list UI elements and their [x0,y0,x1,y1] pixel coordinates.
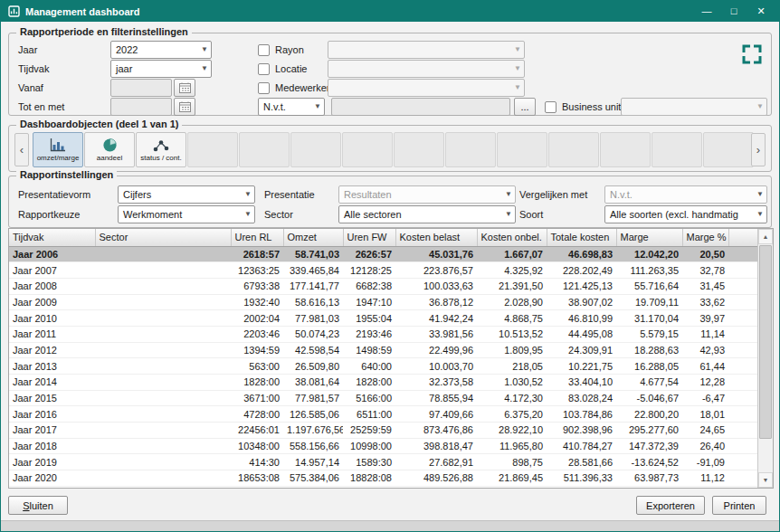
column-header-kosten-belast[interactable]: Kosten belast [395,229,477,246]
table-row[interactable]: Jaar 2006 2618:57 58.741,03 2626:57 45.0… [9,246,759,262]
cell-tijdvak[interactable]: Jaar 2011 [9,326,95,342]
cell-sector[interactable] [95,390,231,406]
cell-totale-kosten[interactable]: 121.425,13 [547,278,616,294]
cell-kosten-belast[interactable]: 78.855,94 [395,390,477,406]
cell-omzet[interactable]: 126.585,06 [283,406,343,423]
cell-uren-rl[interactable]: 10348:00 [231,438,283,454]
cell-marge[interactable]: -13.624,52 [616,454,682,470]
cell-uren-fw[interactable]: 18828:08 [343,470,395,487]
presentatievorm-select[interactable]: Cijfers ▼ [118,185,255,204]
column-header-totale-kosten[interactable]: Totale kosten [547,229,616,246]
cell-tijdvak[interactable]: Jaar 2019 [9,454,95,470]
cell-omzet[interactable]: 14.957,14 [283,454,343,470]
cell-marge[interactable]: -5.046,67 [616,390,682,406]
sluiten-button[interactable]: Sluiten [8,496,68,515]
cell-uren-fw[interactable]: 10998:00 [343,438,395,454]
cell-marge-pct[interactable]: 20,50 [682,246,728,262]
rayon-checkbox[interactable]: Rayon [258,41,304,59]
cell-totale-kosten[interactable]: 46.698,83 [547,246,616,262]
cell-omzet[interactable]: 38.081,64 [283,375,343,391]
rayon-select[interactable]: ▼ [328,41,525,59]
cell-uren-fw[interactable]: 1828:00 [343,375,395,391]
table-row[interactable]: Jaar 2007 12363:25 339.465,84 12128:25 2… [9,262,759,279]
medewerker-select[interactable]: ▼ [328,79,525,97]
cell-kosten-belast[interactable]: 41.942,24 [395,310,477,327]
cell-tijdvak[interactable]: Jaar 2014 [9,375,95,391]
cell-omzet[interactable]: 575.384,06 [283,470,343,487]
cell-omzet[interactable]: 177.141,77 [283,278,343,294]
cell-sector[interactable] [95,358,231,375]
cell-tijdvak[interactable]: Jaar 2015 [9,390,95,406]
cell-marge-pct[interactable]: 31,45 [682,278,728,294]
vanaf-calendar-button[interactable] [174,79,195,97]
cell-uren-rl[interactable]: 563:00 [231,358,283,375]
more-button[interactable]: ... [514,98,536,116]
column-header-marge[interactable]: Marge [616,229,682,246]
cell-sector[interactable] [95,262,231,279]
vergelijken-met-select[interactable]: N.v.t. ▼ [604,185,767,204]
cell-totale-kosten[interactable]: 902.398,96 [547,423,616,439]
cell-sector[interactable] [95,326,231,342]
cell-marge-pct[interactable]: 61,44 [682,358,728,375]
jaar-select[interactable]: 2022 ▼ [110,41,212,59]
cell-omzet[interactable]: 77.981,03 [283,310,343,327]
medewerker-checkbox[interactable]: Medewerker [258,79,330,97]
cell-totale-kosten[interactable]: 24.309,91 [547,342,616,358]
cell-omzet[interactable]: 50.074,23 [283,326,343,342]
table-row[interactable]: Jaar 2010 2002:04 77.981,03 1955:04 41.9… [9,310,759,327]
cell-uren-rl[interactable]: 1932:40 [231,294,283,310]
cell-kosten-belast[interactable]: 398.818,47 [395,438,477,454]
cell-omzet[interactable]: 26.509,80 [283,358,343,375]
cell-sector[interactable] [95,423,231,439]
cell-tijdvak[interactable]: Jaar 2008 [9,278,95,294]
column-header-tijdvak[interactable]: Tijdvak [9,229,95,246]
cell-tijdvak[interactable]: Jaar 2009 [9,294,95,310]
cell-kosten-belast[interactable]: 873.476,86 [395,423,477,439]
table-row[interactable]: Jaar 2009 1932:40 58.616,13 1947:10 36.8… [9,294,759,310]
cell-sector[interactable] [95,470,231,487]
cell-uren-fw[interactable]: 12128:25 [343,262,395,279]
cell-uren-rl[interactable]: 414:30 [231,454,283,470]
cell-kosten-belast[interactable]: 36.878,12 [395,294,477,310]
vertical-scrollbar[interactable]: ▲ ▼ [757,229,773,488]
table-row[interactable]: Jaar 2017 22456:01 1.197.676,56 25259:59… [9,423,759,439]
scrollbar-thumb[interactable] [759,245,772,439]
cell-kosten-belast[interactable]: 45.031,76 [395,246,477,262]
cell-kosten-belast[interactable]: 97.409,66 [395,406,477,423]
cell-tijdvak[interactable]: Jaar 2018 [9,438,95,454]
cell-totale-kosten[interactable]: 46.810,99 [547,310,616,327]
column-header-kosten-onbel[interactable]: Kosten onbel. [477,229,547,246]
column-header-marge-pct[interactable]: Marge % [682,229,728,246]
cell-kosten-onbel[interactable]: 1.030,52 [477,375,547,391]
cell-marge-pct[interactable]: 42,93 [682,342,728,358]
cell-uren-rl[interactable]: 1394:59 [231,342,283,358]
cell-kosten-onbel[interactable]: 28.922,10 [477,423,547,439]
cell-kosten-belast[interactable]: 33.981,56 [395,326,477,342]
cell-marge-pct[interactable]: 39,97 [682,310,728,327]
cell-kosten-belast[interactable]: 32.373,58 [395,375,477,391]
table-row[interactable]: Jaar 2015 3671:00 77.981,57 5166:00 78.8… [9,390,759,406]
tot-en-met-calendar-button[interactable] [174,98,195,116]
table-row[interactable]: Jaar 2018 10348:00 558.156,66 10998:00 3… [9,438,759,454]
cell-tijdvak[interactable]: Jaar 2020 [9,470,95,487]
table-row[interactable]: Jaar 2012 1394:59 42.598,54 1498:59 22.4… [9,342,759,358]
cell-marge[interactable]: 295.277,60 [616,423,682,439]
cell-totale-kosten[interactable]: 511.396,33 [547,470,616,487]
cell-totale-kosten[interactable]: 103.784,86 [547,406,616,423]
filter-value-input[interactable] [331,98,510,116]
cell-uren-fw[interactable]: 6682:38 [343,278,395,294]
cell-kosten-belast[interactable]: 100.033,63 [395,278,477,294]
cell-marge[interactable]: 63.987,73 [616,470,682,487]
cell-marge-pct[interactable]: -91,09 [682,454,728,470]
cell-marge[interactable]: 16.288,05 [616,358,682,375]
cell-kosten-onbel[interactable]: 4.325,92 [477,262,547,279]
cell-kosten-onbel[interactable]: 4.868,75 [477,310,547,327]
cell-marge[interactable]: 147.372,39 [616,438,682,454]
cell-kosten-belast[interactable]: 489.526,88 [395,470,477,487]
cell-sector[interactable] [95,406,231,423]
table-row[interactable]: Jaar 2016 4728:00 126.585,06 6511:00 97.… [9,406,759,423]
presentatie-select[interactable]: Resultaten ▼ [338,185,516,204]
cell-uren-rl[interactable]: 2203:46 [231,326,283,342]
column-header-sector[interactable]: Sector [95,229,231,246]
maximize-button[interactable]: □ [723,1,745,22]
